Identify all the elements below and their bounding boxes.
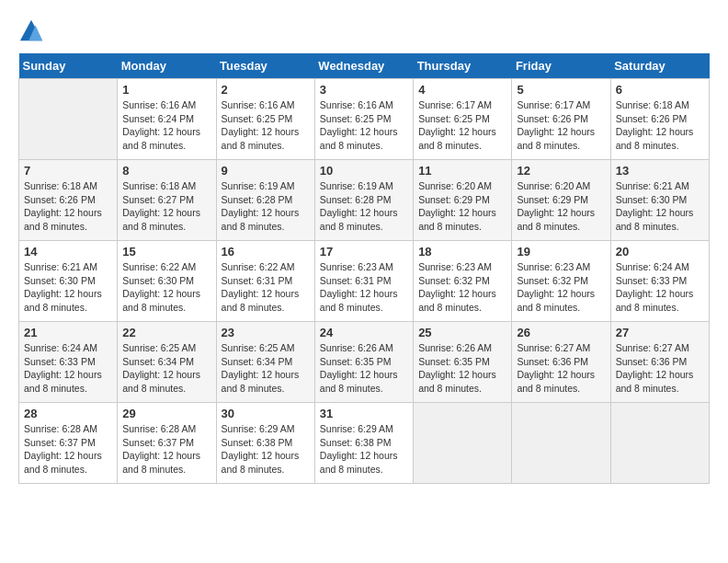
sunrise-text: Sunrise: 6:21 AM	[24, 261, 97, 272]
daylight-text: Daylight: 12 hours and 8 minutes.	[517, 126, 595, 151]
calendar-day: 27 Sunrise: 6:27 AM Sunset: 6:36 PM Dayl…	[610, 322, 709, 403]
logo-icon	[18, 18, 44, 44]
page-header	[18, 18, 710, 44]
sunrise-text: Sunrise: 6:17 AM	[418, 99, 492, 110]
day-number: 11	[418, 164, 506, 178]
daylight-text: Daylight: 12 hours and 8 minutes.	[222, 126, 300, 151]
sunset-text: Sunset: 6:34 PM	[122, 356, 194, 367]
sunset-text: Sunset: 6:35 PM	[320, 356, 392, 367]
day-info: Sunrise: 6:21 AM Sunset: 6:30 PM Dayligh…	[24, 260, 112, 315]
day-number: 13	[616, 164, 704, 178]
daylight-text: Daylight: 12 hours and 8 minutes.	[418, 207, 496, 232]
day-info: Sunrise: 6:20 AM Sunset: 6:29 PM Dayligh…	[418, 179, 506, 234]
weekday-header: Sunday	[19, 53, 118, 79]
calendar-table: SundayMondayTuesdayWednesdayThursdayFrid…	[18, 53, 710, 484]
weekday-header: Tuesday	[216, 53, 314, 79]
sunset-text: Sunset: 6:37 PM	[24, 437, 96, 448]
calendar-day: 10 Sunrise: 6:19 AM Sunset: 6:28 PM Dayl…	[314, 160, 413, 241]
day-number: 7	[24, 164, 112, 178]
sunrise-text: Sunrise: 6:17 AM	[517, 99, 590, 110]
calendar-day: 1 Sunrise: 6:16 AM Sunset: 6:24 PM Dayli…	[118, 79, 216, 160]
daylight-text: Daylight: 12 hours and 8 minutes.	[222, 369, 300, 394]
calendar-body: 1 Sunrise: 6:16 AM Sunset: 6:24 PM Dayli…	[19, 79, 710, 484]
calendar-day: 5 Sunrise: 6:17 AM Sunset: 6:26 PM Dayli…	[512, 79, 610, 160]
logo	[18, 18, 48, 44]
daylight-text: Daylight: 12 hours and 8 minutes.	[24, 288, 102, 313]
sunset-text: Sunset: 6:33 PM	[616, 275, 688, 286]
sunrise-text: Sunrise: 6:19 AM	[320, 180, 393, 191]
sunrise-text: Sunrise: 6:28 AM	[24, 423, 97, 434]
day-number: 18	[418, 245, 506, 259]
calendar-day: 16 Sunrise: 6:22 AM Sunset: 6:31 PM Dayl…	[216, 241, 314, 322]
day-info: Sunrise: 6:22 AM Sunset: 6:30 PM Dayligh…	[122, 260, 210, 315]
sunset-text: Sunset: 6:36 PM	[517, 356, 588, 367]
sunset-text: Sunset: 6:30 PM	[616, 194, 688, 205]
daylight-text: Daylight: 12 hours and 8 minutes.	[222, 450, 300, 475]
day-info: Sunrise: 6:23 AM Sunset: 6:31 PM Dayligh…	[320, 260, 408, 315]
daylight-text: Daylight: 12 hours and 8 minutes.	[122, 450, 200, 475]
sunrise-text: Sunrise: 6:22 AM	[222, 261, 295, 272]
sunrise-text: Sunrise: 6:25 AM	[122, 342, 196, 353]
calendar-day: 13 Sunrise: 6:21 AM Sunset: 6:30 PM Dayl…	[610, 160, 709, 241]
day-number: 29	[122, 407, 210, 420]
day-number: 4	[418, 83, 506, 97]
sunrise-text: Sunrise: 6:21 AM	[616, 180, 689, 191]
calendar-day: 31 Sunrise: 6:29 AM Sunset: 6:38 PM Dayl…	[314, 403, 413, 484]
day-number: 30	[222, 407, 310, 420]
calendar-day	[19, 79, 118, 160]
sunset-text: Sunset: 6:30 PM	[24, 275, 96, 286]
day-info: Sunrise: 6:25 AM Sunset: 6:34 PM Dayligh…	[222, 341, 310, 396]
sunset-text: Sunset: 6:34 PM	[222, 356, 293, 367]
sunset-text: Sunset: 6:33 PM	[24, 356, 96, 367]
day-info: Sunrise: 6:29 AM Sunset: 6:38 PM Dayligh…	[222, 422, 310, 477]
daylight-text: Daylight: 12 hours and 8 minutes.	[418, 369, 496, 394]
day-info: Sunrise: 6:25 AM Sunset: 6:34 PM Dayligh…	[122, 341, 210, 396]
calendar-day: 19 Sunrise: 6:23 AM Sunset: 6:32 PM Dayl…	[512, 241, 610, 322]
calendar-day: 23 Sunrise: 6:25 AM Sunset: 6:34 PM Dayl…	[216, 322, 314, 403]
daylight-text: Daylight: 12 hours and 8 minutes.	[24, 207, 102, 232]
day-info: Sunrise: 6:27 AM Sunset: 6:36 PM Dayligh…	[517, 341, 605, 396]
sunrise-text: Sunrise: 6:25 AM	[222, 342, 295, 353]
day-info: Sunrise: 6:16 AM Sunset: 6:25 PM Dayligh…	[320, 98, 408, 153]
sunrise-text: Sunrise: 6:20 AM	[517, 180, 590, 191]
calendar-day: 30 Sunrise: 6:29 AM Sunset: 6:38 PM Dayl…	[216, 403, 314, 484]
daylight-text: Daylight: 12 hours and 8 minutes.	[24, 450, 102, 475]
daylight-text: Daylight: 12 hours and 8 minutes.	[517, 288, 595, 313]
sunrise-text: Sunrise: 6:27 AM	[616, 342, 689, 353]
day-number: 16	[222, 245, 310, 259]
day-number: 5	[517, 83, 605, 97]
sunset-text: Sunset: 6:36 PM	[616, 356, 688, 367]
sunset-text: Sunset: 6:29 PM	[517, 194, 588, 205]
calendar-day: 9 Sunrise: 6:19 AM Sunset: 6:28 PM Dayli…	[216, 160, 314, 241]
sunset-text: Sunset: 6:35 PM	[418, 356, 490, 367]
sunset-text: Sunset: 6:25 PM	[320, 113, 392, 124]
calendar-week: 28 Sunrise: 6:28 AM Sunset: 6:37 PM Dayl…	[19, 403, 710, 484]
day-info: Sunrise: 6:24 AM Sunset: 6:33 PM Dayligh…	[616, 260, 704, 315]
sunset-text: Sunset: 6:32 PM	[517, 275, 588, 286]
day-info: Sunrise: 6:18 AM Sunset: 6:26 PM Dayligh…	[24, 179, 112, 234]
sunset-text: Sunset: 6:27 PM	[122, 194, 194, 205]
day-info: Sunrise: 6:16 AM Sunset: 6:25 PM Dayligh…	[222, 98, 310, 153]
calendar-day: 18 Sunrise: 6:23 AM Sunset: 6:32 PM Dayl…	[414, 241, 512, 322]
weekday-row: SundayMondayTuesdayWednesdayThursdayFrid…	[19, 53, 710, 79]
sunrise-text: Sunrise: 6:23 AM	[320, 261, 393, 272]
daylight-text: Daylight: 12 hours and 8 minutes.	[320, 207, 398, 232]
day-info: Sunrise: 6:24 AM Sunset: 6:33 PM Dayligh…	[24, 341, 112, 396]
day-number: 1	[122, 83, 210, 97]
daylight-text: Daylight: 12 hours and 8 minutes.	[616, 126, 694, 151]
day-info: Sunrise: 6:16 AM Sunset: 6:24 PM Dayligh…	[122, 98, 210, 153]
day-number: 28	[24, 407, 112, 420]
sunrise-text: Sunrise: 6:24 AM	[616, 261, 689, 272]
day-number: 26	[517, 326, 605, 339]
sunset-text: Sunset: 6:28 PM	[320, 194, 392, 205]
calendar-day: 17 Sunrise: 6:23 AM Sunset: 6:31 PM Dayl…	[314, 241, 413, 322]
sunset-text: Sunset: 6:26 PM	[616, 113, 688, 124]
calendar-day: 25 Sunrise: 6:26 AM Sunset: 6:35 PM Dayl…	[414, 322, 512, 403]
sunrise-text: Sunrise: 6:26 AM	[418, 342, 492, 353]
day-info: Sunrise: 6:26 AM Sunset: 6:35 PM Dayligh…	[320, 341, 408, 396]
sunset-text: Sunset: 6:30 PM	[122, 275, 194, 286]
day-info: Sunrise: 6:19 AM Sunset: 6:28 PM Dayligh…	[222, 179, 310, 234]
daylight-text: Daylight: 12 hours and 8 minutes.	[616, 369, 694, 394]
daylight-text: Daylight: 12 hours and 8 minutes.	[222, 207, 300, 232]
sunrise-text: Sunrise: 6:16 AM	[122, 99, 196, 110]
